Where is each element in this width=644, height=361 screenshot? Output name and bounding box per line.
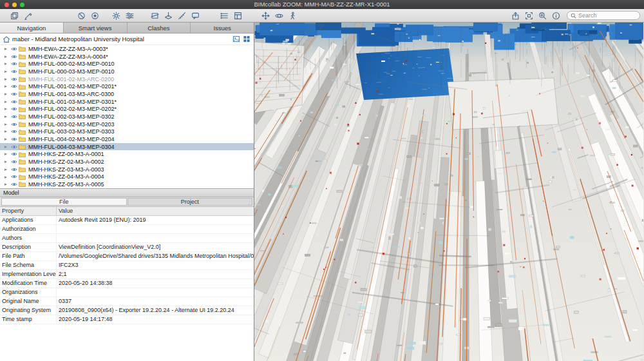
property-row[interactable]: Implementation Level2;1 — [0, 270, 254, 279]
tree-item[interactable]: ▸MMH-FUL-000-03-M3-MEP-0010 — [0, 68, 254, 75]
eye-icon — [11, 114, 17, 119]
property-row[interactable]: Authorization — [0, 225, 254, 234]
property-row[interactable]: File Path/Volumes/GoogleDrive/Shared dri… — [0, 252, 254, 261]
disclosure-caret-icon[interactable]: ▸ — [5, 114, 10, 119]
disclosure-caret-icon[interactable]: ▸ — [5, 182, 10, 187]
tree-root-row[interactable]: maber - Midland Metropolitan University … — [0, 34, 254, 45]
property-row[interactable]: Original Name0337 — [0, 297, 254, 306]
isolate-icon[interactable] — [90, 10, 100, 21]
search-input[interactable] — [578, 12, 636, 19]
column-header-property[interactable]: Property — [0, 207, 57, 215]
viewport-3d[interactable] — [254, 23, 644, 361]
gallery-icon[interactable] — [232, 35, 241, 43]
section-plane-icon[interactable] — [163, 10, 174, 21]
property-name: File Schema — [0, 261, 57, 269]
model-tab-project[interactable]: Project — [128, 198, 253, 206]
disclosure-caret-icon[interactable]: ▸ — [5, 61, 10, 66]
tree-item[interactable]: ▸MMH-HKS-ZZ-04-M3-A-0004 — [0, 173, 254, 180]
property-row[interactable]: Modification Time2020-05-20 14:38:38 — [0, 279, 254, 288]
disclosure-caret-icon[interactable]: ▸ — [5, 69, 10, 74]
tab-smart-views[interactable]: Smart views — [64, 23, 128, 33]
model-section-header[interactable]: Model — [0, 188, 254, 197]
disclosure-caret-icon[interactable]: ▸ — [5, 151, 10, 157]
eye-icon — [11, 144, 17, 150]
layers-icon[interactable] — [9, 10, 20, 21]
annotate-icon[interactable] — [190, 10, 201, 21]
tree-item[interactable]: ▸MMH-FUL-002-03-M3-MEP-0302 — [0, 113, 254, 121]
disclosure-caret-icon[interactable]: ▸ — [5, 122, 10, 127]
tab-navigation[interactable]: Navigation — [0, 23, 64, 33]
3d-viewport-canvas[interactable] — [254, 23, 643, 361]
disclosure-caret-icon[interactable]: ▸ — [5, 106, 10, 112]
disclosure-caret-icon[interactable]: ▸ — [5, 137, 10, 142]
property-row[interactable]: Organizations — [0, 288, 254, 297]
tree-item[interactable]: ▸MMH-HKS-ZZ-03-M3-A-0003 — [0, 166, 254, 173]
disclosure-caret-icon[interactable]: ▸ — [5, 92, 10, 97]
walk-icon[interactable] — [287, 10, 298, 21]
property-row[interactable]: File SchemaIFC2X3 — [0, 261, 254, 270]
tab-clashes[interactable]: Clashes — [128, 23, 191, 33]
tree-item[interactable]: ▸MMH-FUL-003-02-M3-MEP-0203 — [0, 121, 254, 128]
toolbar-group-file — [9, 10, 33, 21]
share-icon[interactable] — [510, 10, 521, 21]
property-row[interactable]: DescriptionViewDefinition [CoordinationV… — [0, 243, 254, 252]
tree-item[interactable]: ▸MMH-FUL-002-02-M3-MEP-0202* — [0, 105, 254, 113]
settings-icon[interactable] — [111, 10, 122, 21]
close-button[interactable] — [5, 3, 9, 7]
info-icon[interactable] — [551, 10, 562, 21]
section-box-icon[interactable] — [149, 10, 160, 21]
disclosure-caret-icon[interactable]: ▸ — [5, 175, 10, 180]
property-row[interactable]: Authors — [0, 234, 254, 243]
property-row[interactable]: Originating System20190808_0900(x64) - E… — [0, 306, 254, 315]
disclosure-caret-icon[interactable]: ▸ — [5, 144, 10, 150]
tree-item-label: MMH-FUL-001-02-M3-ARC-0200 — [28, 76, 114, 83]
tree-item[interactable]: ▸MMH-EWA-ZZ-ZZ-M3-A-0003* — [0, 45, 254, 53]
hide-icon[interactable] — [76, 10, 87, 21]
orbit-icon[interactable] — [274, 10, 285, 21]
model-tab-file[interactable]: File — [1, 198, 127, 206]
property-value: 0337 — [57, 297, 254, 306]
disclosure-caret-icon[interactable]: ▸ — [5, 77, 10, 82]
disclosure-caret-icon[interactable]: ▸ — [5, 84, 10, 89]
list-view-icon[interactable] — [219, 10, 230, 21]
column-header-value[interactable]: Value — [57, 207, 254, 215]
disclosure-caret-icon[interactable]: ▸ — [5, 159, 10, 164]
left-panel: NavigationSmart viewsClashesIssues maber… — [0, 23, 254, 361]
disclosure-caret-icon[interactable]: ▸ — [5, 99, 10, 104]
tree-item[interactable]: ▸MMH-EWA-ZZ-ZZ-M3-A-0004* — [0, 53, 254, 61]
eye-icon — [11, 69, 17, 74]
zoom-in-icon[interactable] — [537, 10, 548, 21]
tree-item[interactable]: ▸MMH-FUL-000-02-M3-MEP-0010 — [0, 60, 254, 68]
zoom-extents-icon[interactable] — [524, 10, 535, 21]
tree-item[interactable]: ▸MMH-FUL-003-03-M3-MEP-0303 — [0, 128, 254, 135]
disclosure-caret-icon[interactable]: ▸ — [5, 46, 10, 52]
tab-issues[interactable]: Issues — [191, 23, 254, 33]
property-row[interactable]: Time stamp2020-05-19 14:17:48 — [0, 315, 254, 324]
minimize-button[interactable] — [12, 3, 17, 7]
disclosure-caret-icon[interactable]: ▸ — [5, 167, 10, 172]
tree-item[interactable]: ▸MMH-FUL-001-03-M3-ARC-0300 — [0, 90, 254, 98]
property-name: Applications — [0, 216, 57, 224]
fullscreen-button[interactable] — [20, 3, 24, 7]
home-icon — [3, 35, 10, 43]
preferences-icon[interactable] — [124, 10, 135, 21]
disclosure-caret-icon[interactable]: ▸ — [5, 54, 10, 59]
detail-view-icon[interactable] — [232, 10, 243, 21]
search-field[interactable] — [567, 11, 640, 20]
pan-icon[interactable] — [260, 10, 271, 21]
tree-item[interactable]: ▸MMH-FUL-004-03-M3-MEP-0304 — [0, 143, 254, 151]
tree-item[interactable]: ▸MMH-FUL-001-03-M3-MEP-0301* — [0, 98, 254, 106]
property-row[interactable]: ApplicationsAutodesk Revit 2019 (ENU): 2… — [0, 216, 254, 225]
eye-icon — [11, 106, 17, 112]
tree-item-label: MMH-FUL-003-02-M3-MEP-0203 — [28, 121, 115, 128]
grid-icon[interactable] — [242, 35, 251, 43]
tree-item[interactable]: ▸MMH-FUL-001-02-M3-MEP-0201* — [0, 83, 254, 90]
measure-icon[interactable] — [176, 10, 187, 21]
disclosure-caret-icon[interactable]: ▸ — [5, 129, 10, 134]
tree-item[interactable]: ▸MMH-HKS-ZZ-02-M3-A-0002 — [0, 158, 254, 166]
tree-item[interactable]: ▸MMH-HKS-ZZ-05-M3-A-0005 — [0, 180, 254, 188]
tree-item[interactable]: ▸MMH-HKS-ZZ-00-M3-A-0001 — [0, 150, 254, 158]
tree-item[interactable]: ▸MMH-FUL-004-02-M3-MEP-0204 — [0, 135, 254, 143]
tree-item[interactable]: ▸MMH-FUL-001-02-M3-ARC-0200 — [0, 75, 254, 83]
markup-icon[interactable] — [23, 10, 33, 21]
